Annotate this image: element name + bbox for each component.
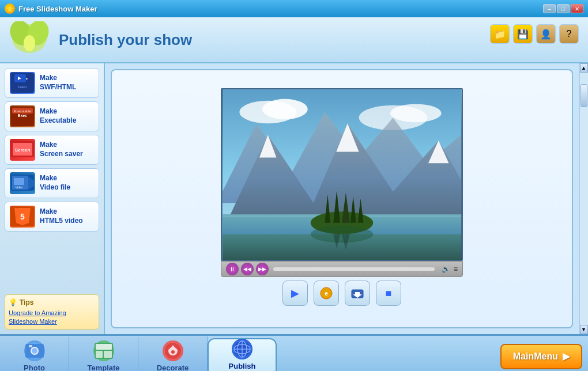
main-menu-button[interactable]: MainMenu ▶ <box>500 344 582 369</box>
exe-label: MakeExecutable <box>40 107 76 125</box>
exe-icon: Exec Executable <box>10 105 35 127</box>
svg-rect-56 <box>96 351 103 358</box>
make-exe-button[interactable]: Exec Executable MakeExecutable <box>5 101 99 131</box>
header: Publish your show 📁 💾 👤 ? <box>0 17 588 63</box>
title-bar: ⭐ Free Slideshow Maker – □ ✕ <box>0 0 588 17</box>
svg-point-28 <box>390 104 442 123</box>
tab-decorate[interactable]: Decorate <box>138 336 208 371</box>
video-preview <box>221 88 463 261</box>
close-button[interactable]: ✕ <box>571 4 583 13</box>
svg-text:Video: Video <box>16 186 23 189</box>
decorate-tab-label: Decorate <box>157 364 189 371</box>
save-button[interactable]: 💾 <box>513 24 533 44</box>
main-menu-label: MainMenu <box>513 351 558 362</box>
app-icon: ⭐ <box>5 3 15 14</box>
app-title: Free Slideshow Maker <box>18 5 97 13</box>
prev-button[interactable]: ◀◀ <box>241 263 254 275</box>
svg-point-59 <box>171 350 175 354</box>
template-tab-label: Template <box>87 364 119 371</box>
decorate-tab-icon <box>163 340 183 361</box>
screen-label: MakeScreen saver <box>40 141 83 158</box>
player-controls-bar: ⏸ ◀◀ ▶▶ 🔊 ≡ <box>221 261 463 277</box>
maximize-button[interactable]: □ <box>557 4 570 13</box>
template-tab-icon <box>93 340 114 361</box>
main-menu-arrow: ▶ <box>563 351 570 362</box>
minimize-button[interactable]: – <box>543 4 556 13</box>
page-title: Publish your show <box>59 31 192 49</box>
main-content: SWF Flash MakeSWF/HTML Exec Executable M… <box>0 63 588 334</box>
playlist-icon[interactable]: ≡ <box>454 265 458 273</box>
title-bar-left: ⭐ Free Slideshow Maker <box>5 3 97 14</box>
browser-button[interactable]: e <box>314 281 339 306</box>
bottom-nav: Photo Template Decorate <box>0 334 588 371</box>
photo-tab-label: Photo <box>24 364 45 371</box>
svg-point-3 <box>24 35 35 51</box>
make-swf-button[interactable]: SWF Flash MakeSWF/HTML <box>5 68 99 98</box>
svg-text:Exec: Exec <box>18 113 27 118</box>
tips-section: 💡 Tips Upgrade to Amazing Slideshow Make… <box>5 294 99 330</box>
screen-icon: Screen <box>10 139 35 161</box>
tips-title: Tips <box>20 298 33 306</box>
make-video-button[interactable]: Video MakeVideo file <box>5 168 99 198</box>
svg-text:e: e <box>325 290 328 297</box>
html5-label: MakeHTML5 video <box>40 207 83 225</box>
volume-icon[interactable]: 🔊 <box>442 265 450 273</box>
svg-rect-19 <box>14 178 24 185</box>
html5-icon: 5 <box>10 206 35 228</box>
pause-button[interactable]: ⏸ <box>226 263 239 275</box>
svg-rect-57 <box>104 351 112 358</box>
publish-tab-label: Publish <box>229 362 256 370</box>
scrollbar: ▲ ▼ <box>579 63 588 334</box>
video-icon: Video <box>10 172 35 194</box>
content-area: ⏸ ◀◀ ▶▶ 🔊 ≡ ▶ e <box>105 63 579 334</box>
svg-text:Flash: Flash <box>18 85 27 89</box>
svg-rect-53 <box>29 345 32 347</box>
tips-link[interactable]: Upgrade to Amazing Slideshow Maker <box>9 309 95 325</box>
svg-point-43 <box>311 226 374 243</box>
logo <box>9 21 50 59</box>
scroll-up-button[interactable]: ▲ <box>580 63 588 73</box>
svg-text:Screen: Screen <box>15 147 31 153</box>
svg-text:Executable: Executable <box>14 109 31 113</box>
export-button[interactable] <box>345 281 370 306</box>
window-controls: – □ ✕ <box>543 4 583 13</box>
tab-photo[interactable]: Photo <box>0 336 69 371</box>
tips-icon: 💡 <box>9 298 17 306</box>
scroll-thumb[interactable] <box>581 84 587 107</box>
scroll-down-button[interactable]: ▼ <box>580 325 588 334</box>
help-button[interactable]: ? <box>559 24 579 44</box>
photo-tab-icon <box>24 340 45 361</box>
tab-publish[interactable]: Publish <box>208 338 277 371</box>
next-button[interactable]: ▶▶ <box>256 263 269 275</box>
svg-point-52 <box>32 348 37 354</box>
folder-button[interactable]: 📁 <box>490 24 510 44</box>
preview-panel: ⏸ ◀◀ ▶▶ 🔊 ≡ ▶ e <box>111 69 573 328</box>
svg-text:5: 5 <box>20 212 25 221</box>
nav-tabs: Photo Template Decorate <box>0 336 500 371</box>
stop-button[interactable]: ■ <box>376 281 401 306</box>
sidebar: SWF Flash MakeSWF/HTML Exec Executable M… <box>0 63 105 334</box>
swf-icon: SWF Flash <box>10 72 35 94</box>
bottom-controls: ▶ e ■ <box>282 277 401 309</box>
tips-header: 💡 Tips <box>9 298 95 306</box>
make-screen-button[interactable]: Screen MakeScreen saver <box>5 135 99 165</box>
svg-rect-55 <box>96 344 112 350</box>
tab-template[interactable]: Template <box>69 336 138 371</box>
user-button[interactable]: 👤 <box>536 24 556 44</box>
play-button[interactable]: ▶ <box>282 281 308 306</box>
scroll-track <box>580 73 588 325</box>
svg-point-26 <box>262 99 308 120</box>
publish-tab-icon <box>232 339 252 359</box>
progress-bar[interactable] <box>273 267 435 271</box>
video-label: MakeVideo file <box>40 174 70 192</box>
header-icons: 📁 💾 👤 ? <box>490 24 579 44</box>
swf-label: MakeSWF/HTML <box>40 74 76 92</box>
make-html5-button[interactable]: 5 MakeHTML5 video <box>5 202 99 232</box>
